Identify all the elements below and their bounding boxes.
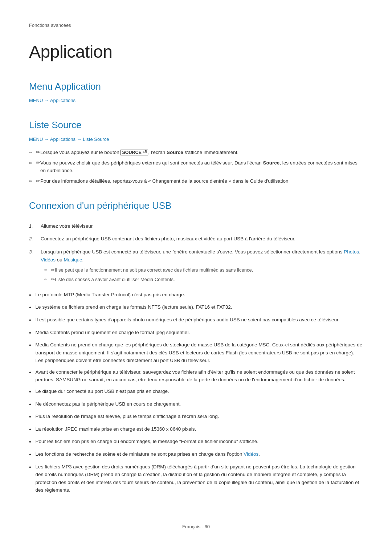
ls-breadcrumb-applications[interactable]: Applications xyxy=(50,137,75,142)
bullet-8: Ne déconnectez pas le périphérique USB e… xyxy=(29,400,363,409)
note-item-2: ✏ Vous ne pouvez choisir que des périphé… xyxy=(29,159,363,175)
note-item-1: ✏ Lorsque vous appuyez sur le bouton SOU… xyxy=(29,149,363,156)
menu-application-section: Menu Application MENU → Applications xyxy=(29,79,363,105)
musique-link[interactable]: Musique xyxy=(64,257,82,263)
photos-link[interactable]: Photos xyxy=(344,249,359,255)
ls-arrow2: → xyxy=(77,137,83,142)
connexion-usb-section: Connexion d'un périphérique USB 1. Allum… xyxy=(29,198,363,494)
bullet-text-6: Avant de connecter le périphérique au té… xyxy=(36,368,363,384)
step-num-1: 1. xyxy=(29,223,36,230)
note-icon-1: ✏ xyxy=(36,149,40,156)
breadcrumb-applications-link[interactable]: Applications xyxy=(50,98,75,103)
sub-note-2: ✏ Liste des choses à savoir avant d'util… xyxy=(41,276,363,283)
bullet-text-1: Le protocole MTP (Media Transfer Protoco… xyxy=(36,291,185,299)
step-content-2: Connectez un périphérique USB contenant … xyxy=(41,235,363,243)
liste-source-breadcrumb: MENU → Applications → Liste Source xyxy=(29,136,363,143)
ls-breadcrumb-liste-source[interactable]: Liste Source xyxy=(83,137,109,142)
sub-note-1: ✏ Il se peut que le fonctionnement ne so… xyxy=(41,267,363,274)
breadcrumb-menu-link[interactable]: MENU xyxy=(29,98,43,103)
liste-source-section: Liste Source MENU → Applications → Liste… xyxy=(29,118,363,185)
sub-note-icon-1: ✏ xyxy=(51,267,55,274)
bullet-text-8: Ne déconnectez pas le périphérique USB e… xyxy=(36,400,181,408)
liste-source-title: Liste Source xyxy=(29,118,363,133)
step-3: 3. Lorsqu'un périphérique USB est connec… xyxy=(29,248,363,285)
bullet-12: Les fonctions de recherche de scène et d… xyxy=(29,450,363,459)
footer-text: Français - 60 xyxy=(182,524,210,529)
step-content-3: Lorsqu'un périphérique USB est connecté … xyxy=(41,248,363,285)
bullet-text-3: Il est possible que certains types d'app… xyxy=(36,316,340,324)
note-item-3: ✏ Pour des informations détaillées, repo… xyxy=(29,178,363,185)
step-3-text: Lorsqu'un périphérique USB est connecté … xyxy=(41,249,360,263)
step-num-2: 2. xyxy=(29,235,36,243)
bullet-text-13: Les fichiers MP3 avec gestion des droits… xyxy=(36,463,363,494)
step-num-3: 3. xyxy=(29,248,36,256)
bullet-text-2: Le système de fichiers prend en charge l… xyxy=(36,303,232,311)
bullet-5: Media Contents ne prend en charge que le… xyxy=(29,341,363,365)
videos-link[interactable]: Vidéos xyxy=(41,257,56,263)
step-1: 1. Allumez votre téléviseur. xyxy=(29,222,363,230)
connexion-usb-title: Connexion d'un périphérique USB xyxy=(29,198,363,214)
videos-link-2[interactable]: Vidéos xyxy=(244,451,258,457)
bullet-9: Plus la résolution de l'image est élevée… xyxy=(29,412,363,422)
breadcrumb-arrow: → xyxy=(44,98,50,103)
note-text-3: Pour des informations détaillées, report… xyxy=(40,178,290,185)
note-icon-3: ✏ xyxy=(36,178,40,185)
bullet-6: Avant de connecter le périphérique au té… xyxy=(29,368,363,384)
bullet-text-7: Le disque dur connecté au port USB n'est… xyxy=(36,387,169,395)
step-2: 2. Connectez un périphérique USB contena… xyxy=(29,235,363,243)
bullet-11: Pour les fichiers non pris en charge ou … xyxy=(29,438,363,447)
bullet-4: Media Contents prend uniquement en charg… xyxy=(29,329,363,338)
breadcrumb-top: Fonctions avancées xyxy=(29,22,363,29)
usb-bullets-list: Le protocole MTP (Media Transfer Protoco… xyxy=(29,291,363,494)
bullet-7: Le disque dur connecté au port USB n'est… xyxy=(29,387,363,397)
sub-note-icon-2: ✏ xyxy=(51,276,55,283)
ls-arrow1: → xyxy=(44,137,50,142)
bullet-text-9: Plus la résolution de l'image est élevée… xyxy=(36,412,219,420)
bullet-text-10: La résolution JPEG maximale prise en cha… xyxy=(36,425,196,433)
step-2-text: Connectez un périphérique USB contenant … xyxy=(41,236,295,241)
bullet-2: Le système de fichiers prend en charge l… xyxy=(29,303,363,312)
page-title: Application xyxy=(29,38,363,66)
source-bold-2: Source xyxy=(263,160,279,166)
step-3-subnotes: ✏ Il se peut que le fonctionnement ne so… xyxy=(41,267,363,283)
step-content-1: Allumez votre téléviseur. xyxy=(41,222,363,230)
menu-application-breadcrumb: MENU → Applications xyxy=(29,97,363,105)
bullet-text-5: Media Contents ne prend en charge que le… xyxy=(36,341,363,365)
usb-steps-list: 1. Allumez votre téléviseur. 2. Connecte… xyxy=(29,222,363,285)
bullet-text-11: Pour les fichiers non pris en charge ou … xyxy=(36,438,258,446)
liste-source-notes: ✏ Lorsque vous appuyez sur le bouton SOU… xyxy=(29,149,363,185)
sub-note-text-1: Il se peut que le fonctionnement ne soit… xyxy=(55,267,253,274)
note-icon-2: ✏ xyxy=(36,159,40,167)
sub-note-text-2: Liste des choses à savoir avant d'utilis… xyxy=(55,276,175,283)
bullet-1: Le protocole MTP (Media Transfer Protoco… xyxy=(29,291,363,300)
bullet-3: Il est possible que certains types d'app… xyxy=(29,316,363,325)
menu-application-title: Menu Application xyxy=(29,79,363,94)
source-bold-icon: SOURCE ⏎ xyxy=(121,150,148,155)
bullet-text-12: Les fonctions de recherche de scène et d… xyxy=(36,450,260,458)
footer: Français - 60 xyxy=(29,516,363,531)
bullet-text-4: Media Contents prend uniquement en charg… xyxy=(36,329,190,337)
bullet-13: Les fichiers MP3 avec gestion des droits… xyxy=(29,463,363,494)
step-1-text: Allumez votre téléviseur. xyxy=(41,223,94,229)
source-bold-1: Source xyxy=(167,150,183,155)
note-text-1: Lorsque vous appuyez sur le bouton SOURC… xyxy=(40,149,238,156)
ls-breadcrumb-menu[interactable]: MENU xyxy=(29,137,43,142)
bullet-10: La résolution JPEG maximale prise en cha… xyxy=(29,425,363,434)
note-text-2: Vous ne pouvez choisir que des périphéri… xyxy=(40,159,363,175)
